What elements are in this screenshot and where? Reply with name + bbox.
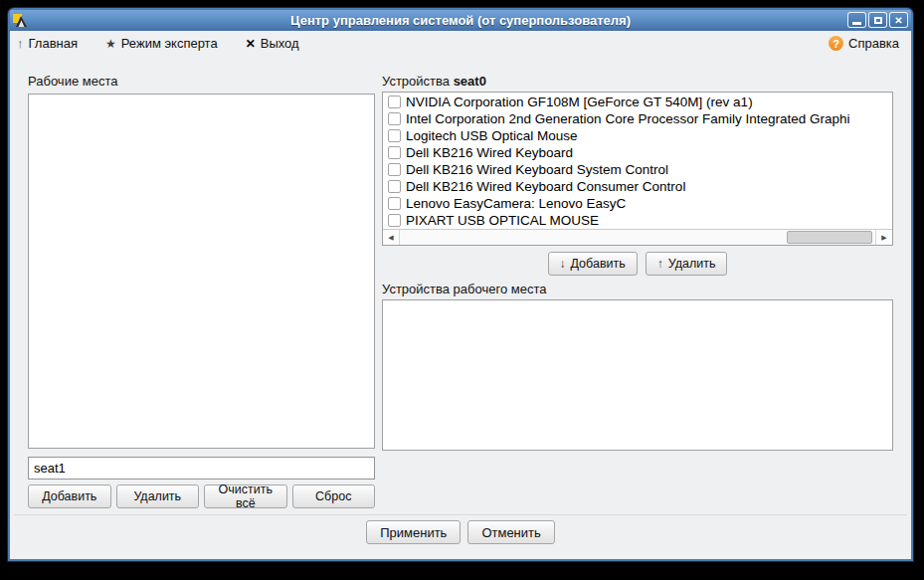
device-checkbox[interactable] bbox=[388, 180, 401, 193]
add-seat-button[interactable]: Добавить bbox=[28, 484, 111, 508]
device-checkbox[interactable] bbox=[388, 146, 401, 159]
device-move-buttons: ↓ Добавить ↑ Удалить bbox=[382, 252, 893, 276]
device-checkbox[interactable] bbox=[388, 197, 401, 210]
app-icon bbox=[13, 13, 29, 29]
footer-separator bbox=[14, 514, 907, 515]
device-row[interactable]: Dell KB216 Wired Keyboard Consumer Contr… bbox=[383, 178, 892, 195]
device-row[interactable]: Dell KB216 Wired Keyboard System Control bbox=[383, 161, 892, 178]
down-arrow-icon: ↓ bbox=[560, 257, 566, 271]
reset-label: Сброс bbox=[315, 489, 351, 503]
devices-scroll-area: NVIDIA Corporation GF108M [GeForce GT 54… bbox=[382, 92, 893, 246]
close-icon: ✕ bbox=[894, 15, 902, 26]
expert-star-icon: ★ bbox=[105, 37, 116, 51]
toolbar: ↑ Главная ★ Режим эксперта ✕ Выход ? Спр… bbox=[10, 31, 911, 56]
window-title: Центр управления системой (от суперпольз… bbox=[10, 13, 911, 28]
control-center-window: Центр управления системой (от суперпольз… bbox=[8, 8, 913, 561]
maximize-button[interactable] bbox=[868, 12, 887, 28]
close-button[interactable]: ✕ bbox=[889, 12, 908, 28]
device-checkbox[interactable] bbox=[388, 129, 401, 142]
apply-label: Применить bbox=[380, 525, 447, 540]
workplace-buttons: Добавить Удалить Очистить всё Сброс bbox=[28, 484, 375, 508]
scroll-left-icon: ◀ bbox=[388, 234, 393, 242]
window-controls: ✕ bbox=[847, 12, 908, 28]
device-checkbox[interactable] bbox=[388, 112, 401, 125]
minimize-icon bbox=[852, 22, 861, 25]
device-label: Lenovo EasyCamera: Lenovo EasyC bbox=[406, 196, 626, 211]
device-label: PIXART USB OPTICAL MOUSE bbox=[406, 213, 599, 228]
reset-button[interactable]: Сброс bbox=[292, 484, 376, 508]
help-icon: ? bbox=[829, 36, 843, 51]
seat-name-input[interactable] bbox=[28, 457, 375, 480]
device-checkbox[interactable] bbox=[388, 96, 401, 108]
scroll-left-button[interactable]: ◀ bbox=[383, 230, 400, 245]
workplace-devices-label: Устройства рабочего места bbox=[382, 282, 546, 296]
device-label: Dell KB216 Wired Keyboard bbox=[406, 145, 573, 160]
device-row[interactable]: PIXART USB OPTICAL MOUSE bbox=[383, 212, 892, 229]
toolbar-expert-mode[interactable]: ★ Режим эксперта bbox=[105, 36, 218, 51]
device-row[interactable]: Dell KB216 Wired Keyboard bbox=[383, 144, 892, 161]
remove-seat-label: Удалить bbox=[133, 489, 181, 503]
device-checkbox[interactable] bbox=[388, 163, 401, 176]
remove-seat-button[interactable]: Удалить bbox=[116, 484, 200, 508]
seat-name: seat0 bbox=[454, 74, 486, 89]
device-label: Dell KB216 Wired Keyboard System Control bbox=[406, 162, 668, 177]
footer: Применить Отменить bbox=[10, 520, 911, 544]
minimize-button[interactable] bbox=[847, 12, 866, 28]
clear-all-label: Очистить всё bbox=[211, 483, 280, 510]
toolbar-home[interactable]: ↑ Главная bbox=[17, 36, 78, 51]
device-label: NVIDIA Corporation GF108M [GeForce GT 54… bbox=[406, 95, 753, 109]
device-label: Intel Corporation 2nd Generation Core Pr… bbox=[406, 111, 849, 126]
scrollbar-thumb[interactable] bbox=[787, 231, 872, 244]
maximize-icon bbox=[874, 17, 882, 24]
titlebar[interactable]: Центр управления системой (от суперпольз… bbox=[10, 10, 911, 31]
devices-label-prefix: Устройства bbox=[382, 74, 454, 89]
workplaces-label: Рабочие места bbox=[28, 74, 117, 89]
add-device-label: Добавить bbox=[571, 257, 626, 271]
scroll-right-button[interactable]: ▶ bbox=[875, 230, 892, 245]
apply-button[interactable]: Применить bbox=[366, 520, 461, 544]
cancel-button[interactable]: Отменить bbox=[467, 520, 554, 544]
cancel-label: Отменить bbox=[481, 525, 540, 540]
toolbar-exit[interactable]: ✕ Выход bbox=[246, 36, 299, 51]
help-label: Справка bbox=[848, 36, 899, 51]
remove-device-label: Удалить bbox=[668, 257, 716, 271]
device-row[interactable]: Intel Corporation 2nd Generation Core Pr… bbox=[383, 110, 892, 127]
toolbar-expert-label: Режим эксперта bbox=[121, 36, 218, 51]
device-row[interactable]: Logitech USB Optical Mouse bbox=[383, 127, 892, 144]
device-label: Logitech USB Optical Mouse bbox=[406, 128, 578, 143]
add-seat-label: Добавить bbox=[42, 489, 96, 503]
horizontal-scrollbar[interactable]: ◀ ▶ bbox=[383, 229, 892, 245]
devices-seat-label: Устройства seat0 bbox=[382, 74, 486, 89]
workplaces-list[interactable] bbox=[28, 94, 375, 449]
exit-x-icon: ✕ bbox=[246, 37, 256, 51]
device-label: Dell KB216 Wired Keyboard Consumer Contr… bbox=[406, 179, 685, 194]
scroll-right-icon: ▶ bbox=[881, 234, 886, 242]
add-device-button[interactable]: ↓ Добавить bbox=[548, 252, 638, 276]
remove-device-button[interactable]: ↑ Удалить bbox=[646, 252, 728, 276]
device-checkbox[interactable] bbox=[388, 214, 401, 227]
help-button[interactable]: ? Справка bbox=[829, 36, 899, 51]
clear-all-button[interactable]: Очистить всё bbox=[204, 484, 287, 508]
toolbar-home-label: Главная bbox=[29, 36, 78, 51]
device-list: NVIDIA Corporation GF108M [GeForce GT 54… bbox=[383, 94, 892, 230]
home-arrow-icon: ↑ bbox=[17, 36, 24, 51]
workplace-devices-list[interactable] bbox=[382, 299, 893, 451]
device-row[interactable]: Lenovo EasyCamera: Lenovo EasyC bbox=[383, 195, 892, 212]
toolbar-exit-label: Выход bbox=[261, 36, 299, 51]
device-row[interactable]: NVIDIA Corporation GF108M [GeForce GT 54… bbox=[383, 94, 892, 110]
desktop: { "window": { "title": "Центр управления… bbox=[0, 0, 924, 580]
up-arrow-icon: ↑ bbox=[657, 257, 663, 271]
